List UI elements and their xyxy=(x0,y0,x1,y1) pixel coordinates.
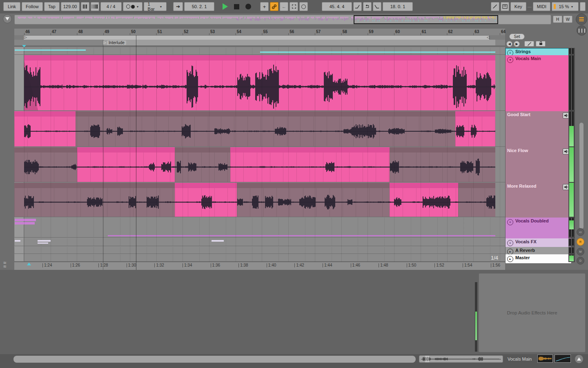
show-delay-toggle[interactable]: D xyxy=(577,257,584,265)
automation-line[interactable] xyxy=(108,235,495,236)
follow-playhead-icon[interactable]: ➔ xyxy=(173,2,183,11)
track-lane-strings[interactable] xyxy=(14,48,505,55)
midi-map-button[interactable]: MIDI xyxy=(533,2,550,11)
loop-start-field[interactable]: 45. 4. 4 xyxy=(322,2,352,11)
nudge-down-button[interactable] xyxy=(81,2,89,11)
loop-length-field[interactable]: 18. 0. 1 xyxy=(383,2,413,11)
reenable-automation-button[interactable]: ← xyxy=(280,2,288,11)
clip-title-bar[interactable] xyxy=(390,147,495,153)
arrangement-clip-area[interactable] xyxy=(14,47,505,262)
draw-automation-button[interactable] xyxy=(524,41,534,47)
metronome-button[interactable]: ▼ xyxy=(123,2,143,11)
fx-clip-fragment[interactable] xyxy=(212,240,224,242)
audio-clip[interactable] xyxy=(24,55,495,110)
time-signature-field[interactable]: 4 / 4 xyxy=(100,2,122,11)
nudge-up-button[interactable] xyxy=(91,2,99,11)
track-lane-vocals-doubled[interactable] xyxy=(14,218,505,238)
automation-arm-button[interactable] xyxy=(270,2,278,11)
fold-closed-icon[interactable]: ▸ xyxy=(507,249,513,255)
clip-title-bar[interactable] xyxy=(14,111,76,117)
zoom-wave-icon[interactable]: ≈≈ xyxy=(3,261,6,268)
loop-start-marker-icon[interactable]: ▷ xyxy=(24,35,27,39)
arrangement-position-field[interactable]: 50. 2. 1 xyxy=(184,2,214,11)
clip-title-bar[interactable] xyxy=(77,147,175,153)
capture-midi-button[interactable] xyxy=(290,2,298,11)
overview-selection-frame[interactable] xyxy=(354,15,498,24)
mixer-sections-icon[interactable] xyxy=(577,25,587,36)
clip-title-bar[interactable] xyxy=(24,55,495,61)
quantize-menu[interactable]: 1 Bar▼ xyxy=(144,2,167,11)
device-thumbnail-reverb[interactable] xyxy=(537,355,553,363)
show-mixer-toggle[interactable]: M xyxy=(577,248,584,256)
record-button[interactable] xyxy=(245,4,251,9)
midi-clip-fragment[interactable] xyxy=(15,222,35,224)
audio-clip[interactable] xyxy=(237,183,390,217)
audio-clip[interactable] xyxy=(77,147,175,182)
audio-clip[interactable] xyxy=(390,147,495,182)
drop-audio-effects-zone[interactable]: Drop Audio Effects Here xyxy=(479,273,586,352)
track-header-nice-flow[interactable]: Nice Flow xyxy=(505,147,572,184)
clip-title-bar[interactable] xyxy=(390,183,458,188)
set-locator-button[interactable]: Set xyxy=(509,34,525,40)
clip-overview-box[interactable] xyxy=(419,355,503,363)
track-header-vocals-doubled[interactable]: ≡Vocals Doubled xyxy=(505,218,572,240)
stop-button[interactable] xyxy=(234,4,239,9)
strings-clip-line[interactable] xyxy=(15,49,86,51)
track-header-vocals-main[interactable]: ▾Vocals Main xyxy=(505,55,572,113)
key-map-button[interactable]: Key xyxy=(510,2,526,11)
fx-clip-fragment[interactable] xyxy=(38,242,48,244)
loop-button[interactable] xyxy=(299,2,308,11)
fold-open-icon[interactable]: ▾ xyxy=(507,57,513,63)
locator-interlude[interactable]: ▷ Interlude xyxy=(103,40,126,45)
track-lane-vocals-fx[interactable] xyxy=(14,238,505,246)
computer-midi-keyboard-button[interactable] xyxy=(501,2,509,11)
track-lane-nice-flow[interactable] xyxy=(14,147,505,182)
track-header-more-relaxed[interactable]: More Relaxed xyxy=(505,183,572,219)
clip-title-bar[interactable] xyxy=(175,183,237,188)
follow-button[interactable]: Follow xyxy=(22,2,43,11)
group-icon[interactable]: ≡ xyxy=(507,219,513,225)
clip-title-bar[interactable] xyxy=(230,147,390,153)
clip-title-bar[interactable] xyxy=(175,147,230,153)
track-header-good-start[interactable]: Good Start xyxy=(505,111,572,149)
beat-time-ruler[interactable] xyxy=(14,29,505,35)
clip-title-bar[interactable] xyxy=(237,183,390,188)
device-thumbnail-eq[interactable] xyxy=(555,355,571,363)
track-lane-vocals-main[interactable] xyxy=(14,55,505,111)
track-lane-good-start[interactable] xyxy=(14,111,505,147)
draw-mode-button[interactable] xyxy=(491,2,499,11)
track-header-master[interactable]: ▸Master xyxy=(505,254,572,264)
next-locator-button[interactable]: ▶ xyxy=(514,41,520,47)
back-to-arrangement-button[interactable] xyxy=(3,14,12,23)
audio-clip[interactable] xyxy=(175,147,230,182)
audio-clip[interactable] xyxy=(390,183,458,217)
audio-clip[interactable] xyxy=(455,111,495,146)
midi-clip-fragment[interactable] xyxy=(15,219,36,221)
prev-locator-button[interactable]: ◀ xyxy=(506,41,512,47)
track-lane-more-relaxed[interactable] xyxy=(14,183,505,217)
punch-out-button[interactable] xyxy=(373,2,381,11)
show-io-toggle[interactable]: IO xyxy=(577,228,584,236)
fx-clip-fragment[interactable] xyxy=(15,240,20,242)
fade-in-handle[interactable] xyxy=(24,61,38,110)
overview-width-button[interactable]: W xyxy=(563,16,572,23)
audio-clip[interactable] xyxy=(230,147,390,182)
lock-envelopes-button[interactable] xyxy=(536,41,546,47)
fx-clip-fragment[interactable] xyxy=(38,240,51,242)
vertical-scrollbar[interactable] xyxy=(579,123,584,229)
audio-clip[interactable] xyxy=(175,183,237,217)
show-returns-toggle[interactable]: R xyxy=(577,238,584,246)
time-ruler[interactable] xyxy=(14,262,505,270)
strings-clip-line[interactable] xyxy=(260,52,495,53)
audio-clip[interactable] xyxy=(458,183,495,217)
tempo-field[interactable]: 129.00 xyxy=(61,2,80,11)
audio-clip[interactable] xyxy=(14,111,76,146)
tap-tempo-button[interactable]: Tap xyxy=(44,2,60,11)
clip-title-bar[interactable] xyxy=(76,111,455,117)
track-lane-a-reverb[interactable] xyxy=(14,247,505,254)
group-icon[interactable]: ≡ xyxy=(507,240,513,246)
audio-clip[interactable] xyxy=(76,111,455,146)
clip-title-bar[interactable] xyxy=(14,183,175,188)
fold-closed-icon[interactable]: ▸ xyxy=(507,256,513,262)
track-lane-master[interactable] xyxy=(14,254,505,262)
